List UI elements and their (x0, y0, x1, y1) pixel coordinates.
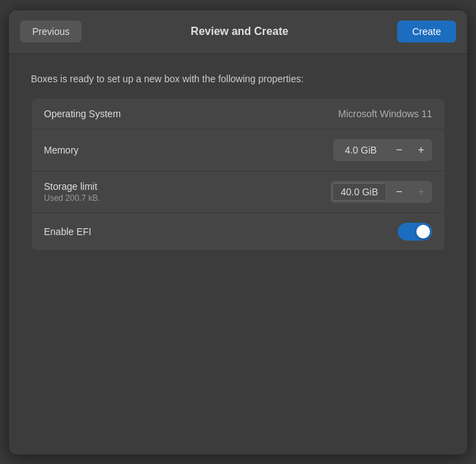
storage-label: Storage limit (44, 181, 100, 192)
memory-row: Memory 4.0 GiB − + (32, 130, 444, 171)
efi-toggle-thumb (416, 225, 430, 239)
efi-label: Enable EFI (44, 226, 91, 237)
efi-toggle-track (398, 223, 432, 241)
storage-increase-button[interactable]: + (410, 181, 432, 203)
properties-box: Operating System Microsoft Windows 11 Me… (31, 98, 445, 251)
storage-stepper: 40.0 GiB − + (331, 181, 432, 203)
memory-value: 4.0 GiB (333, 141, 388, 160)
content-area: Boxes is ready to set up a new box with … (9, 54, 467, 454)
page-title: Review and Create (82, 25, 397, 38)
os-label: Operating System (44, 108, 121, 119)
previous-button[interactable]: Previous (20, 21, 82, 42)
storage-row: Storage limit Used 200.7 kB. 40.0 GiB − … (32, 171, 444, 213)
memory-label: Memory (44, 145, 79, 156)
os-row: Operating System Microsoft Windows 11 (32, 99, 444, 130)
os-value: Microsoft Windows 11 (338, 108, 432, 119)
storage-decrease-button[interactable]: − (388, 181, 410, 203)
memory-increase-button[interactable]: + (410, 139, 432, 161)
storage-value: 40.0 GiB (332, 183, 387, 201)
efi-row: Enable EFI (32, 213, 444, 250)
header: Previous Review and Create Create (9, 10, 467, 54)
memory-decrease-button[interactable]: − (388, 139, 410, 161)
storage-sublabel: Used 200.7 kB. (44, 193, 100, 203)
efi-toggle[interactable] (398, 223, 432, 241)
memory-stepper: 4.0 GiB − + (333, 139, 432, 161)
main-window: Previous Review and Create Create Boxes … (8, 10, 468, 455)
intro-text: Boxes is ready to set up a new box with … (31, 73, 445, 84)
create-button[interactable]: Create (397, 21, 456, 42)
storage-label-group: Storage limit Used 200.7 kB. (44, 181, 100, 203)
